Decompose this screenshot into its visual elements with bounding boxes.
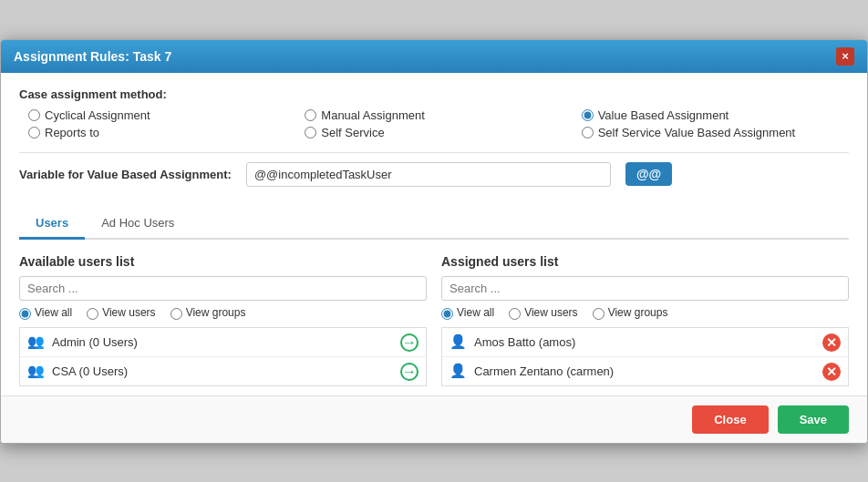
tab-users[interactable]: Users	[19, 209, 85, 240]
assigned-view-groups-radio[interactable]	[593, 308, 604, 320]
assigned-view-groups[interactable]: View groups	[593, 306, 668, 320]
available-search-input[interactable]	[19, 276, 427, 301]
radio-self-service-value[interactable]: Self Service Value Based Assignment	[582, 126, 849, 139]
assigned-list-title: Assigned users list	[441, 254, 849, 269]
radio-self-service-value-label: Self Service Value Based Assignment	[598, 126, 796, 139]
at-button[interactable]: @@	[625, 162, 672, 186]
available-view-all[interactable]: View all	[19, 306, 72, 320]
available-user-row: 👥 Admin (0 Users) →	[20, 328, 426, 357]
remove-user-button[interactable]: ✕	[822, 362, 841, 381]
assigned-view-all-radio[interactable]	[441, 308, 453, 320]
assigned-users-section: Assigned users list View all View users …	[441, 254, 849, 386]
available-view-options: View all View users View groups	[19, 306, 427, 320]
variable-label: Variable for Value Based Assignment:	[19, 168, 232, 181]
circle-add-icon: →	[400, 333, 418, 352]
assign-user-button[interactable]: →	[400, 362, 418, 381]
dialog-footer: Close Save	[1, 395, 867, 443]
available-user-name: CSA (0 Users)	[52, 364, 393, 378]
case-assignment-section: Case assignment method: Cyclical Assignm…	[19, 87, 849, 139]
tabs: Users Ad Hoc Users	[19, 209, 849, 240]
dialog-header: Assignment Rules: Task 7 ×	[1, 40, 867, 73]
radio-cyclical-label: Cyclical Assignment	[45, 108, 150, 122]
radio-value-based[interactable]: Value Based Assignment	[582, 108, 849, 122]
available-view-groups-radio[interactable]	[170, 308, 182, 320]
variable-section: Variable for Value Based Assignment: @@	[19, 152, 849, 196]
group-icon: 👥	[27, 363, 45, 379]
remove-user-button[interactable]: ✕	[822, 333, 841, 352]
save-button[interactable]: Save	[778, 405, 849, 434]
available-users-section: Available users list View all View users…	[19, 254, 427, 386]
assign-user-button[interactable]: →	[400, 333, 418, 352]
available-users-list: 👥 Admin (0 Users) → 👥 CSA (0 Users) →	[19, 327, 427, 386]
assigned-search-input[interactable]	[441, 276, 849, 301]
group-icon: 👥	[27, 333, 45, 350]
circle-remove-icon: ✕	[822, 363, 841, 381]
available-view-users-radio[interactable]	[87, 308, 98, 320]
user-icon: 👤	[450, 333, 467, 350]
circle-add-icon: →	[400, 363, 418, 381]
radio-cyclical[interactable]: Cyclical Assignment	[28, 108, 295, 122]
radio-self-service-input[interactable]	[305, 127, 316, 138]
assigned-users-list: 👤 Amos Batto (amos) ✕ 👤 Carmen Zentano (…	[441, 327, 849, 386]
available-user-row: 👥 CSA (0 Users) →	[20, 357, 426, 385]
available-list-title: Available users list	[19, 254, 427, 269]
radio-manual-label: Manual Assignment	[321, 108, 424, 122]
lists-container: Available users list View all View users…	[19, 254, 849, 395]
assigned-user-name: Amos Batto (amos)	[474, 335, 815, 349]
radio-reports-to[interactable]: Reports to	[28, 126, 295, 139]
radio-reports-to-input[interactable]	[28, 127, 40, 138]
radio-manual-input[interactable]	[305, 109, 316, 121]
radio-self-service-label: Self Service	[321, 126, 384, 139]
dialog-body: Case assignment method: Cyclical Assignm…	[1, 73, 867, 395]
available-view-all-radio[interactable]	[19, 308, 31, 320]
case-assignment-label: Case assignment method:	[19, 87, 849, 101]
assigned-user-row: 👤 Amos Batto (amos) ✕	[442, 328, 848, 357]
available-view-groups[interactable]: View groups	[170, 306, 246, 320]
assigned-view-all[interactable]: View all	[441, 306, 494, 320]
variable-input[interactable]	[246, 162, 611, 187]
tab-adhoc-users[interactable]: Ad Hoc Users	[85, 209, 191, 240]
radio-self-service-value-input[interactable]	[582, 127, 594, 138]
user-icon: 👤	[450, 363, 467, 379]
dialog-title: Assignment Rules: Task 7	[14, 49, 171, 64]
radio-self-service[interactable]: Self Service	[305, 126, 572, 139]
radio-manual[interactable]: Manual Assignment	[305, 108, 572, 122]
radio-cyclical-input[interactable]	[28, 109, 40, 121]
radio-value-based-input[interactable]	[582, 109, 594, 121]
circle-remove-icon: ✕	[822, 333, 841, 352]
assigned-view-users-radio[interactable]	[509, 308, 521, 320]
assigned-view-users[interactable]: View users	[509, 306, 577, 320]
dialog-close-icon[interactable]: ×	[836, 47, 854, 66]
radio-grid: Cyclical Assignment Manual Assignment Va…	[19, 108, 849, 139]
close-button[interactable]: Close	[692, 405, 768, 434]
assigned-user-row: 👤 Carmen Zentano (carmen) ✕	[442, 357, 848, 385]
available-view-users[interactable]: View users	[87, 306, 155, 320]
available-user-name: Admin (0 Users)	[52, 335, 393, 349]
assignment-rules-dialog: Assignment Rules: Task 7 × Case assignme…	[0, 39, 868, 444]
radio-reports-to-label: Reports to	[45, 126, 99, 139]
radio-value-based-label: Value Based Assignment	[598, 108, 729, 122]
assigned-user-name: Carmen Zentano (carmen)	[474, 364, 815, 378]
assigned-view-options: View all View users View groups	[441, 306, 849, 320]
